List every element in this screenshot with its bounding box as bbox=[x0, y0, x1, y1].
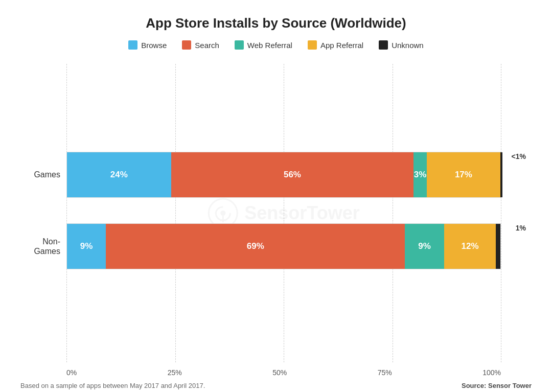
chart-area: SensorTower Games24%56%3%17%<1%Non- Game… bbox=[20, 64, 532, 377]
bar-row-1: Non- Games9%69%9%12%1% bbox=[66, 223, 501, 269]
x-axis-label: 75% bbox=[378, 368, 392, 377]
bar-segment-3: 17% bbox=[427, 152, 500, 197]
bar-segment-3: 12% bbox=[444, 224, 496, 269]
bar-segment-0: 9% bbox=[67, 224, 106, 269]
legend-item-web-referral: Web Referral bbox=[235, 40, 292, 50]
legend: Browse Search Web Referral App Referral … bbox=[20, 40, 532, 50]
bar-segment-2: 9% bbox=[405, 224, 444, 269]
bar-segment-1: 69% bbox=[106, 224, 405, 269]
legend-label: Browse bbox=[141, 41, 167, 50]
bar-row-0: Games24%56%3%17%<1% bbox=[66, 152, 501, 198]
svg-point-1 bbox=[220, 211, 225, 216]
x-axis-label: 50% bbox=[272, 368, 287, 377]
overflow-label: 1% bbox=[516, 224, 526, 232]
footer: Based on a sample of apps between May 20… bbox=[20, 377, 532, 392]
chart-title: App Store Installs by Source (Worldwide) bbox=[20, 15, 532, 31]
bar-segment-2: 3% bbox=[413, 152, 426, 197]
bars-section: SensorTower Games24%56%3%17%<1%Non- Game… bbox=[66, 64, 501, 362]
legend-label: App Referral bbox=[320, 41, 363, 50]
bar-wrapper: 24%56%3%17%<1% bbox=[66, 152, 501, 198]
x-axis-label: 0% bbox=[66, 368, 77, 377]
bar-segment-0: 24% bbox=[67, 152, 171, 197]
x-axis-label: 25% bbox=[168, 368, 182, 377]
legend-color bbox=[379, 40, 388, 50]
bar-segment-4 bbox=[496, 224, 500, 269]
bar-category-label: Games bbox=[17, 170, 60, 179]
legend-color bbox=[308, 40, 317, 50]
footer-source: Source: Sensor Tower bbox=[462, 382, 532, 389]
legend-item-search: Search bbox=[182, 40, 219, 50]
bar-segment-4 bbox=[500, 152, 502, 197]
x-axis: 0%25%50%75%100% bbox=[66, 368, 501, 377]
overflow-label: <1% bbox=[512, 152, 526, 160]
legend-item-app-referral: App Referral bbox=[308, 40, 363, 50]
legend-color bbox=[235, 40, 244, 50]
legend-label: Web Referral bbox=[247, 41, 292, 50]
legend-item-browse: Browse bbox=[128, 40, 167, 50]
bar-segment-1: 56% bbox=[171, 152, 414, 197]
footer-note: Based on a sample of apps between May 20… bbox=[20, 382, 205, 389]
x-axis-label: 100% bbox=[482, 368, 501, 377]
bar-category-label: Non- Games bbox=[17, 237, 60, 256]
legend-label: Unknown bbox=[392, 41, 424, 50]
legend-item-unknown: Unknown bbox=[379, 40, 424, 50]
legend-label: Search bbox=[195, 41, 219, 50]
gridlines bbox=[66, 64, 501, 362]
bar-wrapper: 9%69%9%12%1% bbox=[66, 223, 501, 269]
legend-color bbox=[128, 40, 137, 50]
chart-container: App Store Installs by Source (Worldwide)… bbox=[0, 0, 552, 392]
legend-color bbox=[182, 40, 191, 50]
